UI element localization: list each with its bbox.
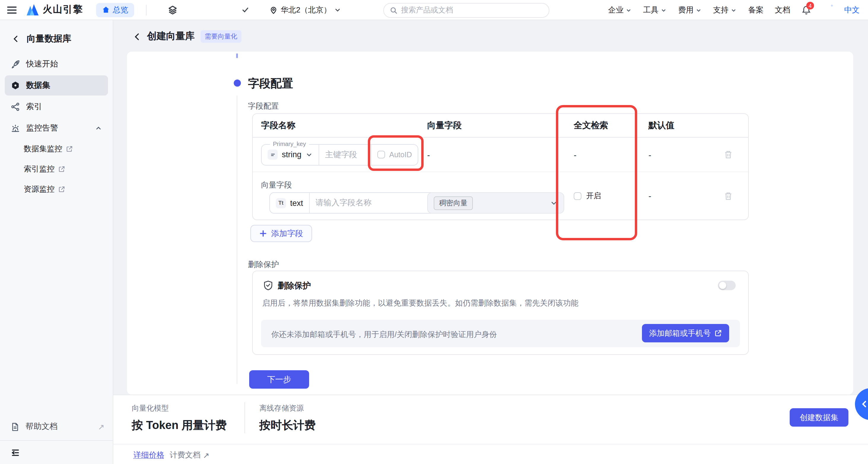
field-type-select[interactable]: string [261,145,319,165]
add-field-label: 添加字段 [271,228,303,239]
search-input[interactable]: 搜索产品或文档 [383,3,549,18]
sidebar-item-label: 快速开始 [26,59,58,69]
menu-support[interactable]: 支持 [713,5,737,16]
notifications-button[interactable]: 4 [802,5,811,15]
fulltext-toggle-cell: 开启 [574,172,649,220]
actions-cell [720,172,748,220]
delete-protection-toggle[interactable] [718,281,736,290]
menu-icp[interactable]: 备案 [748,5,764,16]
menu-label: 工具 [643,5,658,16]
pricing-footer: 向量化模型 按 Token 用量计费 离线存储资源 按时长计费 创建数据集 详细… [113,395,868,464]
add-contact-button[interactable]: 添加邮箱或手机号 [642,324,729,342]
logo-text: 火山引擎 [43,4,83,16]
menu-billing[interactable]: 费用 [678,5,702,16]
add-contact-label: 添加邮箱或手机号 [649,328,711,339]
dash-value: - [427,150,430,159]
chevron-up-icon[interactable] [95,125,102,132]
sidebar-header: 向量数据库 [0,20,113,53]
sidebar-help-docs[interactable]: 帮助文档 ↗ [0,415,113,438]
check-icon[interactable] [242,6,249,13]
dataset-cube-icon [11,81,20,90]
sidebar-title: 向量数据库 [27,33,71,44]
billing-doc-link[interactable]: 计费文档 ↗ [170,450,210,460]
navbar-divider [146,4,147,15]
menu-label: 支持 [713,5,728,16]
sidebar-subitem-resource-monitor[interactable]: 资源监控 [5,180,108,199]
default-cell: - [649,149,720,160]
chevron-down-icon [695,7,702,13]
language-switcher[interactable]: 中文 [844,5,860,16]
sidebar-item-datasets[interactable]: 数据集 [5,75,108,96]
stack-icon[interactable] [168,5,177,14]
search-icon [390,6,398,14]
sidebar-subitem-index-monitor[interactable]: 索引监控 [5,160,108,179]
chevron-down-icon [550,199,558,207]
vectorize-required-badge: 需要向量化 [200,30,242,43]
sidebar-subitem-dataset-monitor[interactable]: 数据集监控 [5,140,108,158]
footer-divider [113,444,868,444]
fulltext-enable-checkbox[interactable] [574,192,582,200]
field-name-input[interactable]: 请输入字段名称 [309,193,404,213]
chevron-down-icon [731,7,737,13]
autoid-checkbox[interactable] [377,151,385,158]
price-detail-link[interactable]: 详细价格 [133,450,164,460]
avatar[interactable]: ✦ [822,5,833,16]
pricing-label: 离线存储资源 [259,403,316,413]
field-type-select[interactable]: Tt text [270,193,309,213]
vector-type-select[interactable]: 稠密向量 [427,192,564,214]
menu-enterprise[interactable]: 企业 [608,5,632,16]
next-step-button[interactable]: 下一步 [249,370,309,389]
sidebar: 向量数据库 快速开始 数据集 索引 [0,20,113,464]
field-name-input[interactable]: 主键字段 [319,145,371,165]
sidebar-item-quickstart[interactable]: 快速开始 [5,54,108,74]
delete-row-icon[interactable] [724,150,733,159]
volcengine-logo[interactable]: 火山引擎 [26,4,83,16]
table-row-vector-field: 向量字段 Tt text 请输入字段名称 [253,172,748,220]
plus-icon [259,229,267,237]
overview-button[interactable]: 总览 [96,3,134,17]
back-icon[interactable] [133,32,141,41]
step-bullet [234,80,241,87]
vector-field-cell: 向量字段 Tt text 请输入字段名称 [253,172,427,220]
primary-key-cell: Primary_key string 主键字段 [253,144,427,165]
chevron-down-icon [334,6,341,13]
chevron-left-icon [860,400,868,408]
chevron-down-icon [306,151,313,158]
alarm-icon [11,123,20,133]
menu-tools[interactable]: 工具 [643,5,667,16]
primary-key-legend: Primary_key [270,140,309,147]
create-dataset-button[interactable]: 创建数据集 [790,408,848,427]
col-header-field-name: 字段名称 [253,120,427,131]
menu-docs[interactable]: 文档 [775,5,790,16]
contact-notice-text: 你还未添加邮箱或手机号，用于启用/关闭删除保护时验证用户身份 [271,329,497,340]
actions-cell [720,150,748,159]
shield-icon [263,280,274,291]
section-heading: 字段配置 [248,76,293,91]
pricing-item-model: 向量化模型 按 Token 用量计费 [132,403,227,433]
region-selector[interactable]: 华北2（北京） [269,4,341,15]
back-icon[interactable] [12,35,20,43]
field-type-value: text [290,198,303,207]
main-content: 创建向量库 需要向量化 字段配置 字段配置 字段名称 向量字段 全文检索 默认值 [113,20,868,464]
table-header-row: 字段名称 向量字段 全文检索 默认值 [253,114,748,138]
hamburger-menu-icon[interactable] [7,4,17,15]
create-dataset-label: 创建数据集 [800,412,838,423]
delete-row-icon[interactable] [724,191,733,200]
app-window: 火山引擎 总览 华北2（北京） [0,0,868,464]
col-header-fulltext-search: 全文检索 [574,120,649,131]
mountain-logo-icon [26,4,39,16]
next-step-label: 下一步 [267,374,291,385]
toggle-knob [719,282,726,289]
table-row-primary-key: Primary_key string 主键字段 [253,138,748,172]
external-link-icon [714,329,722,337]
collapse-sidebar-icon[interactable] [11,448,20,457]
default-cell: - [649,172,720,220]
menu-label: 费用 [678,5,693,16]
sidebar-item-monitoring[interactable]: 监控告警 [5,118,108,138]
autoid-label: AutoID [389,150,412,159]
document-icon [11,422,20,431]
sidebar-item-index[interactable]: 索引 [5,97,108,117]
add-field-button[interactable]: 添加字段 [250,225,312,242]
external-arrow-icon: ↗ [203,451,210,460]
dash-value: - [649,191,651,200]
